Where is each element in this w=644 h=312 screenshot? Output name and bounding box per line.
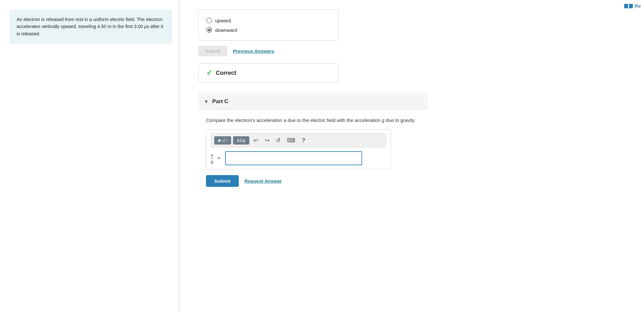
math-template-icon: ■ [218,138,221,143]
part-c-section: ▼ Part C Compare the electron's accelera… [198,93,428,195]
radio-option-downward[interactable]: downward [206,25,331,35]
app-icon [624,4,633,8]
part-c-body: Compare the electron's acceleration a du… [198,109,428,195]
problem-text: An electron is released from rest in a u… [17,17,163,36]
math-template-label: √□ [222,138,227,143]
answer-input[interactable] [225,151,362,165]
math-input-container: ■ √□ ΑΣφ ↩ ↪ ↺ [206,129,391,169]
checkmark-icon: ✓ [206,69,212,77]
radio-upward[interactable] [206,18,212,23]
app-label: Re [635,3,641,9]
greek-symbols-button[interactable]: ΑΣφ [233,136,249,145]
top-right-corner: Re [624,3,641,9]
bottom-action-row: Submit Request Answer [206,175,420,187]
redo-icon: ↪ [265,137,269,144]
part-c-header: ▼ Part C [198,98,428,109]
part-c-question: Compare the electron's acceleration a du… [206,117,420,124]
keyboard-button[interactable]: ⌨ [285,136,297,145]
refresh-button[interactable]: ↺ [274,136,283,145]
radio-downward[interactable] [206,27,212,33]
help-icon: ? [302,137,305,144]
radio-option-upward[interactable]: upward [206,16,331,25]
help-button[interactable]: ? [299,136,308,145]
redo-button[interactable]: ↪ [262,136,272,145]
fraction-denominator: g [211,159,213,164]
submit-button-active[interactable]: Submit [206,175,239,187]
problem-text-box: An electron is released from rest in a u… [10,10,172,44]
math-input-row: a g = [211,151,386,165]
option-upward-label: upward [215,18,231,23]
math-toolbar: ■ √□ ΑΣφ ↩ ↪ ↺ [211,133,386,147]
greek-label: ΑΣφ [237,138,245,143]
option-downward-label: downward [215,27,237,33]
keyboard-icon: ⌨ [287,137,295,144]
math-template-button[interactable]: ■ √□ [214,136,231,145]
correct-label: Correct [216,70,236,76]
correct-box: ✓ Correct [198,63,339,82]
previous-answers-link[interactable]: Previous Answers [233,48,274,54]
chevron-down-icon[interactable]: ▼ [204,99,209,104]
equals-sign: = [217,155,220,161]
fraction-label: a g [211,153,213,164]
left-panel: An electron is released from rest in a u… [0,0,179,312]
part-c-title: Part C [212,98,228,105]
action-row: Submit Previous Answers [198,46,631,56]
request-answer-link[interactable]: Request Answer [245,178,282,184]
undo-icon: ↩ [253,137,258,144]
submit-button-disabled: Submit [198,46,227,56]
undo-button[interactable]: ↩ [251,136,260,145]
right-panel: upward downward Submit Previous Answers … [179,0,644,312]
fraction-line [211,158,213,159]
answer-options-box: upward downward [198,10,339,41]
page-container: Re An electron is released from rest in … [0,0,644,312]
fraction-numerator: a [211,153,213,158]
refresh-icon: ↺ [276,137,281,144]
